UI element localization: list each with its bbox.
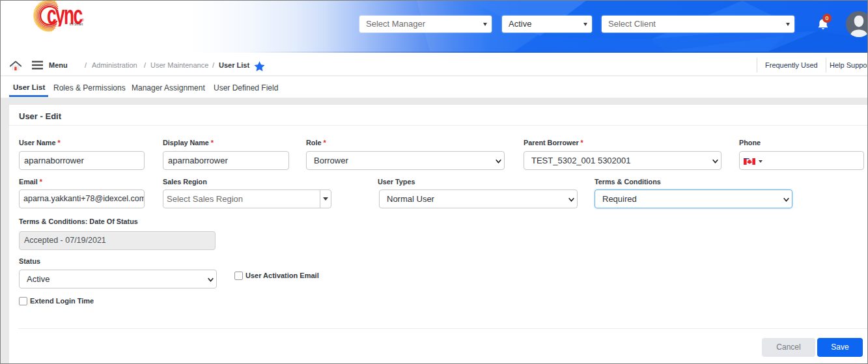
svg-text:®: ®	[81, 18, 84, 22]
svg-text:It's Smart: It's Smart	[70, 22, 84, 26]
